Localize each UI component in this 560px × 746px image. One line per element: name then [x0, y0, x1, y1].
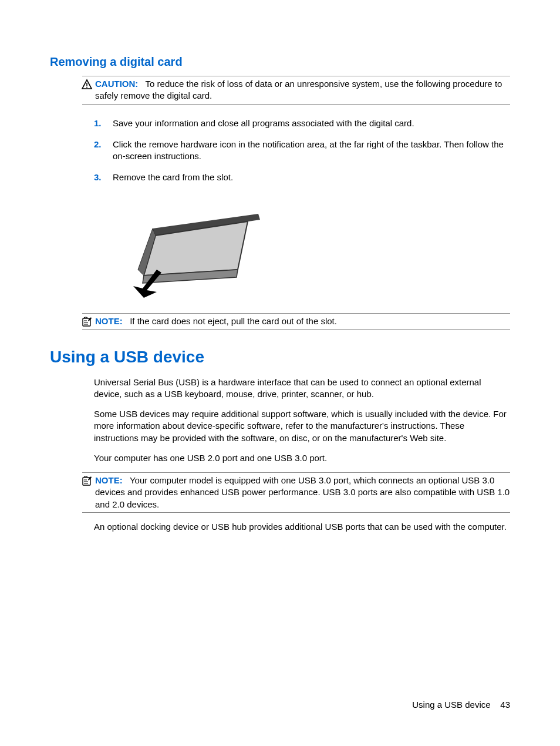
step-text: Save your information and close all prog… — [113, 118, 414, 128]
caution-text: To reduce the risk of loss of data or an… — [95, 79, 502, 100]
note-text: Your computer model is equipped with one… — [95, 475, 510, 509]
note-label: NOTE: — [95, 316, 123, 326]
step-item: Save your information and close all prog… — [100, 113, 510, 134]
step-text: Remove the card from the slot. — [113, 172, 233, 182]
svg-point-2 — [86, 87, 87, 88]
caution-label: CAUTION: — [95, 79, 138, 89]
usb-paragraph: Universal Serial Bus (USB) is a hardware… — [94, 377, 510, 401]
step-text: Click the remove hardware icon in the no… — [113, 139, 504, 161]
usb-paragraph: Some USB devices may require additional … — [94, 408, 510, 444]
note-label: NOTE: — [95, 475, 123, 485]
footer-label: Using a USB device — [412, 700, 490, 710]
caution-icon — [81, 79, 93, 90]
card-removal-figure — [120, 199, 273, 299]
note-callout-2: NOTE: Your computer model is equipped wi… — [82, 472, 510, 513]
note-icon — [81, 316, 93, 328]
caution-callout: CAUTION: To reduce the risk of loss of d… — [82, 76, 510, 105]
page-number: 43 — [500, 700, 510, 710]
step-item: Remove the card from the slot. — [100, 167, 510, 188]
page-footer: Using a USB device 43 — [412, 699, 510, 711]
step-item: Click the remove hardware icon in the no… — [100, 134, 510, 167]
section-heading-usb: Using a USB device — [50, 346, 510, 368]
usb-paragraph: Your computer has one USB 2.0 port and o… — [94, 452, 510, 464]
note-text: If the card does not eject, pull the car… — [130, 316, 337, 326]
note-icon — [81, 475, 93, 487]
section-heading-removing: Removing a digital card — [50, 54, 510, 70]
removal-steps: Save your information and close all prog… — [82, 113, 510, 189]
note-callout-1: NOTE: If the card does not eject, pull t… — [82, 313, 510, 330]
usb-paragraph: An optional docking device or USB hub pr… — [94, 521, 510, 533]
